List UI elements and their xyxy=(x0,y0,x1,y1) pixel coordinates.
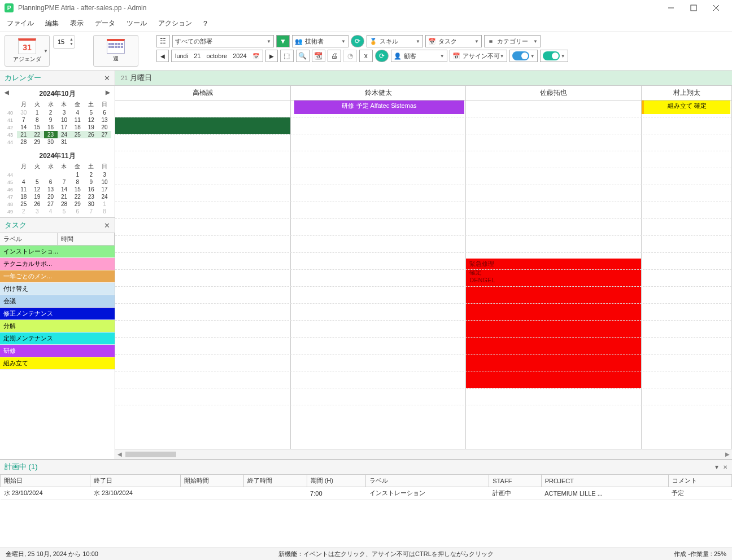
calendar-small-icon[interactable]: 📅 xyxy=(252,53,259,59)
department-combo[interactable]: すべての部署▼ xyxy=(172,35,274,47)
event-training[interactable]: 研修 予定 Alfatec Sistemas xyxy=(292,100,465,114)
chevron-down-icon[interactable]: ▼ xyxy=(68,42,75,46)
calendar-day[interactable]: 1 xyxy=(71,171,84,178)
calendar-day[interactable]: 26 xyxy=(84,131,98,138)
menu-help[interactable]: ? xyxy=(203,20,207,28)
event-urgent-repair[interactable]: 緊急修理確定DENGEL xyxy=(466,259,641,388)
calendar-day[interactable]: 1 xyxy=(98,200,111,208)
interval-stepper[interactable]: ▲▼ xyxy=(53,35,75,49)
chevron-down-icon[interactable]: ▼ xyxy=(714,464,720,470)
menu-tools[interactable]: ツール xyxy=(127,19,147,28)
calendar-day[interactable] xyxy=(84,138,98,146)
refresh-icon[interactable]: ⟳ xyxy=(351,35,364,47)
calendar-day[interactable]: 30 xyxy=(84,200,98,208)
calendar-day[interactable]: 10 xyxy=(58,116,71,124)
calendar-day[interactable]: 12 xyxy=(84,116,98,124)
calendar-day[interactable]: 15 xyxy=(30,124,44,131)
calendar-day[interactable]: 2 xyxy=(44,109,58,116)
menu-edit[interactable]: 編集 xyxy=(45,19,59,28)
calendar-day[interactable]: 16 xyxy=(84,186,98,193)
menu-action[interactable]: アクション xyxy=(158,19,192,28)
calendar-day[interactable]: 23 xyxy=(44,131,58,138)
calendar-day[interactable]: 11 xyxy=(17,186,30,193)
col-dur[interactable]: 期間 (H) xyxy=(307,475,366,487)
planning-table[interactable]: 開始日 終了日 開始時間 終了時間 期間 (H) ラベル STAFF PROJE… xyxy=(0,474,732,500)
calendar-day[interactable]: 6 xyxy=(71,208,84,215)
resource-col-3[interactable]: 佐藤拓也 xyxy=(466,86,642,100)
task-item[interactable]: 研修 xyxy=(0,345,115,357)
calendar-day[interactable]: 1 xyxy=(30,109,44,116)
col-project[interactable]: PROJECT xyxy=(541,475,668,487)
calendar-day[interactable]: 4 xyxy=(44,208,58,215)
chevron-up-icon[interactable]: ▲ xyxy=(68,37,75,42)
prev-date-button[interactable]: ◀ xyxy=(156,50,169,62)
task-item[interactable]: 付け替え xyxy=(0,283,115,295)
category-combo[interactable]: ≡カテゴリー▼ xyxy=(484,35,541,47)
calendar-day[interactable] xyxy=(98,138,111,146)
filter-icon[interactable]: ▼ xyxy=(276,35,290,47)
calendar-mark-icon[interactable]: 📆 xyxy=(312,50,325,62)
calendar-day[interactable]: 14 xyxy=(58,186,71,193)
grid-col-2[interactable]: 研修 予定 Alfatec Sistemas xyxy=(291,100,467,449)
maximize-button[interactable] xyxy=(682,1,705,15)
task-item[interactable]: テクニカルサポ... xyxy=(0,258,115,270)
calendar-day[interactable]: 11 xyxy=(71,116,84,124)
calendar-day[interactable]: 29 xyxy=(71,200,84,208)
calendar-day[interactable]: 19 xyxy=(30,193,44,200)
calendar-day[interactable]: 5 xyxy=(58,208,71,215)
toggle-icon[interactable] xyxy=(543,51,560,60)
close-icon[interactable]: ✕ xyxy=(104,74,110,82)
task-item[interactable]: 定期メンテナンス xyxy=(0,333,115,345)
select-icon[interactable]: ⬚ xyxy=(280,50,294,62)
calendar-day[interactable]: 3 xyxy=(30,208,44,215)
menu-file[interactable]: ファイル xyxy=(7,19,34,28)
calendar-day[interactable]: 4 xyxy=(17,178,30,186)
close-icon[interactable]: ✕ xyxy=(104,221,110,230)
next-month-icon[interactable]: ▶ xyxy=(106,89,110,95)
close-button[interactable] xyxy=(705,1,727,15)
calendar-day[interactable]: 21 xyxy=(17,131,30,138)
calendar-day[interactable]: 20 xyxy=(98,124,111,131)
toggle-icon[interactable] xyxy=(512,51,529,60)
task-item[interactable]: 一年ごとのメン... xyxy=(0,270,115,283)
calendar-day[interactable]: 24 xyxy=(98,193,111,200)
calendar-day[interactable]: 8 xyxy=(98,208,111,215)
col-comment[interactable]: コメント xyxy=(668,475,731,487)
interval-value[interactable] xyxy=(54,38,68,45)
calendar-day[interactable]: 7 xyxy=(17,116,30,124)
calendar-day[interactable]: 23 xyxy=(84,193,98,200)
calendar-day[interactable]: 18 xyxy=(71,124,84,131)
calendar-day[interactable]: 21 xyxy=(58,193,71,200)
calendar-day[interactable]: 30 xyxy=(44,138,58,146)
calendar-day[interactable]: 29 xyxy=(30,138,44,146)
task-item[interactable]: 会議 xyxy=(0,295,115,308)
calendar-day[interactable]: 27 xyxy=(44,200,58,208)
chevron-down-icon[interactable]: ▼ xyxy=(43,49,48,54)
calendar-day[interactable]: 13 xyxy=(98,116,111,124)
customer-combo[interactable]: 👤顧客▼ xyxy=(391,50,447,62)
calendar-day[interactable]: 30 xyxy=(17,109,30,116)
calendar-day[interactable]: 9 xyxy=(84,178,98,186)
calendar-day[interactable]: 27 xyxy=(98,131,111,138)
calendar-day[interactable]: 6 xyxy=(98,109,111,116)
schedule-grid[interactable]: 研修 予定 Alfatec Sistemas 緊急修理確定DENGEL 組み立て… xyxy=(115,100,732,449)
task-item[interactable]: 分解 xyxy=(0,320,115,333)
next-date-button[interactable]: ▶ xyxy=(265,50,278,62)
week-view-button[interactable]: 週 xyxy=(93,35,138,67)
calendar-day[interactable]: 7 xyxy=(58,178,71,186)
calendar-day[interactable]: 3 xyxy=(98,171,111,178)
menu-view[interactable]: 表示 xyxy=(70,19,84,28)
date-picker[interactable]: lundi 21 octobre 2024 📅 xyxy=(171,50,263,62)
agenda-view-button[interactable]: 31 アジェンダ ▼ xyxy=(5,35,50,67)
col-stime[interactable]: 開始時間 xyxy=(180,475,243,487)
calendar-day[interactable]: 22 xyxy=(71,193,84,200)
calendar-day[interactable]: 5 xyxy=(84,109,98,116)
event-green[interactable] xyxy=(115,117,290,134)
toggle-1-combo[interactable]: ▼ xyxy=(509,50,538,62)
mini-calendar-oct[interactable]: ◀2024年10月▶ 月火水木金土日4030123456417891011121… xyxy=(0,86,115,148)
calendar-day[interactable] xyxy=(30,171,44,178)
grid-col-3[interactable]: 緊急修理確定DENGEL xyxy=(466,100,642,449)
calendar-day[interactable]: 18 xyxy=(17,193,30,200)
calendar-day[interactable]: 12 xyxy=(30,186,44,193)
calendar-day[interactable]: 16 xyxy=(44,124,58,131)
